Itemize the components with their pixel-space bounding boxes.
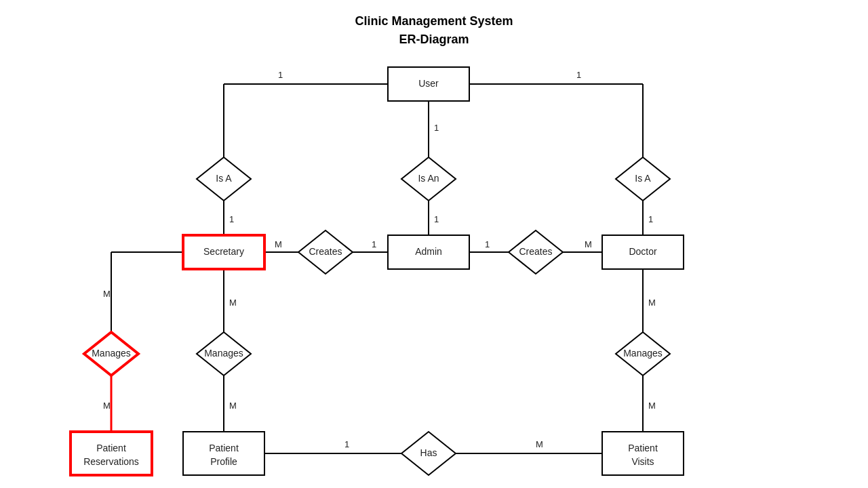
patient-profile-label: Patient [209,443,239,453]
creates-left-label: Creates [309,246,342,257]
svg-text:M: M [648,298,656,308]
patient-visits-entity [602,432,684,475]
svg-text:1: 1 [229,214,234,224]
svg-text:1: 1 [648,214,653,224]
svg-text:M: M [103,401,111,411]
svg-text:1: 1 [278,70,283,80]
patient-reservations-label: Patient [96,443,126,453]
svg-text:M: M [648,401,656,411]
doctor-label: Doctor [629,246,657,257]
manages-sec-left-label: Manages [92,348,131,359]
svg-text:M: M [275,239,282,249]
is-a-left-label: Is A [216,173,232,184]
patient-visits-label2: Visits [631,456,654,467]
secretary-label: Secretary [203,246,244,257]
has-label: Has [420,447,437,458]
patient-reservations-label2: Reservations [83,456,139,467]
patient-reservations-entity [71,432,152,475]
svg-text:1: 1 [434,123,439,133]
svg-text:1: 1 [434,214,439,224]
diagram-container: Clinic Management System ER-Diagram 1 1 [0,0,868,488]
svg-text:1: 1 [485,239,490,249]
svg-text:1: 1 [372,239,376,249]
is-a-right-label: Is A [635,173,651,184]
user-label: User [418,78,439,89]
patient-profile-label2: Profile [210,456,237,467]
svg-text:M: M [585,239,592,249]
svg-text:M: M [103,289,111,299]
svg-text:1: 1 [576,70,581,80]
svg-text:M: M [229,401,237,411]
patient-visits-label: Patient [628,443,658,453]
svg-text:M: M [536,439,543,449]
svg-text:M: M [229,298,237,308]
is-an-label: Is An [418,173,439,184]
manages-doctor-label: Manages [623,348,663,359]
creates-right-label: Creates [519,246,552,257]
er-diagram: 1 1 1 1 1 1 M 1 1 [0,0,868,488]
manages-sec-right-label: Manages [204,348,243,359]
patient-profile-entity [183,432,264,475]
svg-text:1: 1 [344,439,349,449]
admin-label: Admin [415,246,442,257]
